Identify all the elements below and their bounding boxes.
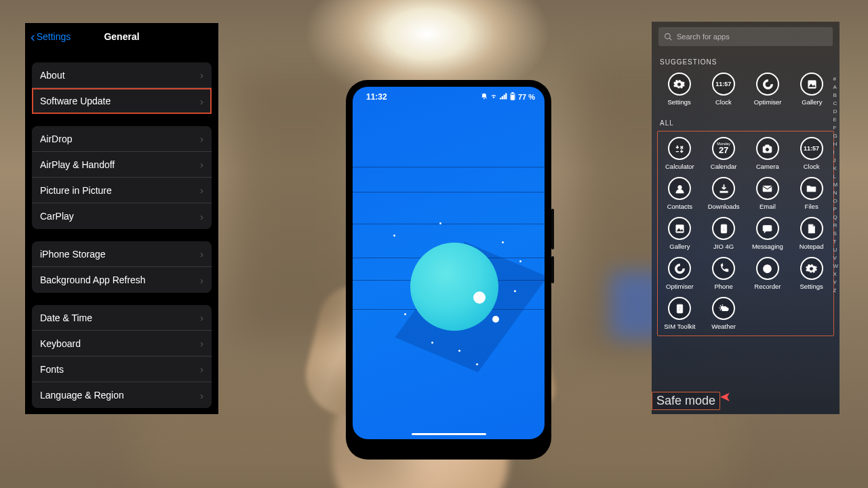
app-downloads[interactable]: Downloads: [702, 177, 746, 210]
app-optimiser[interactable]: Optimiser: [746, 73, 790, 106]
pip-row[interactable]: Picture in Picture›: [32, 178, 212, 203]
search-input[interactable]: Search for apps: [658, 27, 833, 46]
alpha-L[interactable]: L: [833, 174, 838, 180]
wallpaper-star: [502, 241, 504, 243]
status-time: 11:32: [366, 92, 387, 102]
alpha-Z[interactable]: Z: [833, 287, 838, 293]
svg-rect-3: [511, 95, 514, 99]
status-icons: 77 %: [481, 92, 535, 102]
alpha-X[interactable]: X: [833, 271, 838, 277]
language-region-row[interactable]: Language & Region›: [32, 382, 212, 408]
app-calculator[interactable]: +×−÷Calculator: [658, 137, 702, 170]
date-time-row[interactable]: Date & Time›: [32, 305, 212, 331]
app-weather[interactable]: Weather: [702, 297, 746, 330]
app-gallery-2[interactable]: Gallery: [658, 217, 702, 250]
row-label: AirDrop: [40, 134, 72, 144]
app-messaging[interactable]: Messaging: [746, 217, 790, 250]
clock-icon: 11:57: [800, 137, 823, 160]
home-indicator[interactable]: [412, 433, 486, 436]
wallpaper-star: [404, 313, 406, 315]
app-optimiser-2[interactable]: Optimiser: [658, 257, 702, 290]
alpha-T[interactable]: T: [833, 239, 838, 245]
carplay-row[interactable]: CarPlay›: [32, 203, 212, 229]
fonts-row[interactable]: Fonts›: [32, 357, 212, 382]
app-calendar[interactable]: Monday27Calendar: [702, 137, 746, 170]
app-files[interactable]: Files: [789, 177, 833, 210]
alpha-P[interactable]: P: [833, 206, 838, 212]
suggestions-heading: SUGGESTIONS: [652, 50, 840, 70]
app-camera[interactable]: Camera: [746, 137, 790, 170]
app-recorder[interactable]: Recorder: [746, 257, 790, 290]
app-label: JIO 4G: [713, 243, 734, 250]
alpha-B[interactable]: B: [833, 92, 838, 98]
wallpaper-star: [519, 260, 521, 262]
alpha-K[interactable]: K: [833, 165, 838, 171]
alpha-Y[interactable]: Y: [833, 279, 838, 285]
svg-text:1: 1: [722, 226, 725, 231]
svg-text:−: −: [676, 148, 679, 154]
alpha-index[interactable]: #ABCDEFGHIJKLMNOPQRSTUVWXYZ: [833, 76, 838, 293]
app-sim-toolkit[interactable]: 2SIM Toolkit: [658, 297, 702, 330]
alpha-W[interactable]: W: [833, 263, 838, 269]
app-settings-2[interactable]: Settings: [789, 257, 833, 290]
alpha-N[interactable]: N: [833, 190, 838, 196]
wallpaper-star: [393, 235, 395, 237]
svg-point-15: [678, 185, 682, 189]
alpha-V[interactable]: V: [833, 255, 838, 261]
app-clock[interactable]: 11:57Clock: [701, 73, 745, 106]
search-placeholder: Search for apps: [677, 33, 730, 41]
background-refresh-row[interactable]: Background App Refresh›: [32, 267, 212, 293]
alpha-#[interactable]: #: [833, 76, 838, 82]
app-label: Clock: [715, 98, 732, 106]
settings-group: Date & Time›Keyboard›Fonts›Language & Re…: [32, 305, 212, 408]
app-jio4g[interactable]: 1JIO 4G: [702, 217, 746, 250]
row-label: Keyboard: [40, 338, 81, 349]
app-notepad[interactable]: Notepad: [789, 217, 833, 250]
gear-icon: [668, 73, 691, 96]
weather-icon: [712, 297, 735, 320]
alpha-D[interactable]: D: [833, 108, 838, 115]
ios-settings-panel: ‹ Settings General About›Software Update…: [25, 23, 218, 414]
alpha-A[interactable]: A: [833, 84, 838, 90]
alpha-U[interactable]: U: [833, 247, 838, 253]
wallpaper-star: [458, 350, 460, 352]
alpha-S[interactable]: S: [833, 230, 838, 237]
alpha-E[interactable]: E: [833, 117, 838, 123]
app-clock-2[interactable]: 11:57Clock: [789, 137, 833, 170]
wallpaper-star: [476, 363, 478, 365]
software-update-row[interactable]: Software Update›: [32, 88, 212, 114]
row-label: Language & Region: [40, 390, 124, 401]
alpha-R[interactable]: R: [833, 222, 838, 228]
alpha-H[interactable]: H: [833, 141, 838, 147]
phone-screen[interactable]: 11:32 77 %: [353, 87, 545, 439]
chevron-right-icon: ›: [200, 274, 203, 286]
row-label: About: [40, 70, 65, 81]
app-email[interactable]: Email: [746, 177, 790, 210]
wifi-icon: [490, 93, 498, 101]
iphone-storage-row[interactable]: iPhone Storage›: [32, 241, 212, 267]
svg-rect-2: [512, 93, 513, 94]
app-phone[interactable]: Phone: [702, 257, 746, 290]
row-label: Date & Time: [40, 312, 92, 323]
app-settings[interactable]: Settings: [657, 73, 701, 106]
wallpaper-star: [439, 222, 441, 224]
chevron-right-icon: ›: [200, 363, 203, 375]
all-heading: ALL: [652, 111, 840, 131]
alpha-F[interactable]: F: [833, 125, 838, 131]
message-icon: [756, 217, 779, 240]
keyboard-row[interactable]: Keyboard›: [32, 331, 212, 357]
alpha-O[interactable]: O: [833, 198, 838, 204]
airdrop-row[interactable]: AirDrop›: [32, 126, 212, 152]
alpha-J[interactable]: J: [833, 157, 838, 163]
airplay-handoff-row[interactable]: AirPlay & Handoff›: [32, 152, 212, 178]
alpha-C[interactable]: C: [833, 100, 838, 106]
alpha-M[interactable]: M: [833, 182, 838, 188]
app-contacts[interactable]: Contacts: [658, 177, 702, 210]
app-label: Messaging: [752, 243, 783, 250]
chevron-right-icon: ›: [200, 390, 203, 401]
alpha-Q[interactable]: Q: [833, 214, 838, 220]
app-gallery[interactable]: Gallery: [790, 73, 834, 106]
alpha-G[interactable]: G: [833, 133, 838, 139]
about-row[interactable]: About›: [32, 62, 212, 88]
alpha-I[interactable]: I: [833, 149, 838, 155]
